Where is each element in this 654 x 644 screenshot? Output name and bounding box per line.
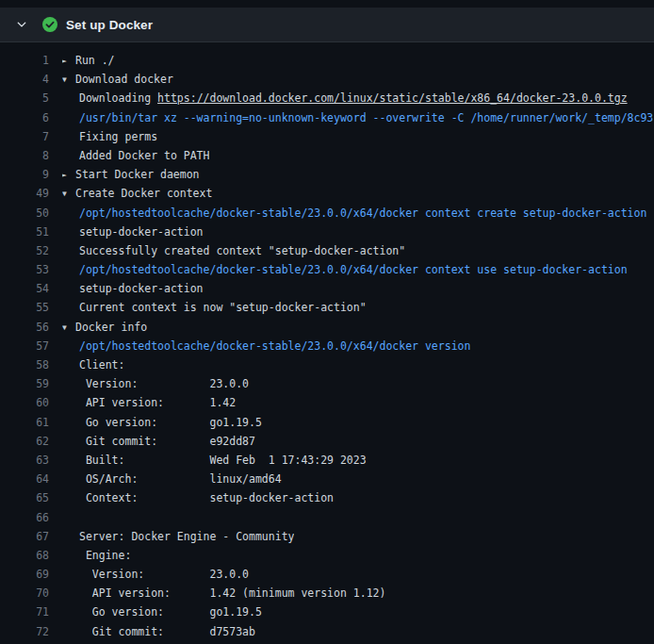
group-title: Run ./ — [75, 54, 115, 67]
line-number[interactable]: 4 — [0, 70, 49, 89]
line-number[interactable]: 61 — [0, 413, 49, 432]
group-title: Docker info — [75, 321, 147, 334]
log-link[interactable]: https://download.docker.com/linux/static… — [157, 91, 628, 105]
log-text: Go version: go1.19.5 — [62, 603, 262, 621]
log-text-prefix: Downloading — [79, 91, 157, 105]
line-number[interactable]: 57 — [0, 337, 49, 355]
line-number[interactable]: 66 — [0, 508, 49, 527]
log-line: 61 Go version: go1.19.5 — [0, 413, 654, 432]
log-text: Client: — [62, 355, 124, 374]
command-text: /opt/hostedtoolcache/docker-stable/23.0.… — [62, 260, 628, 279]
step-header[interactable]: Set up Docker — [0, 8, 654, 42]
group-line: ►Start Docker daemon — [62, 165, 200, 185]
log-line: 9►Start Docker daemon — [0, 165, 654, 184]
group-title: Download docker — [75, 73, 173, 86]
log-line: 51setup-docker-action — [0, 223, 654, 241]
log-line: 7Fixing perms — [0, 127, 654, 146]
line-number[interactable]: 49 — [0, 184, 49, 203]
log-text: Engine: — [62, 546, 131, 565]
log-text: Git commit: d7573ab — [62, 622, 255, 641]
log-text: Successfully created context "setup-dock… — [62, 241, 405, 260]
group-line: ▼Download docker — [62, 70, 173, 90]
line-number[interactable]: 63 — [0, 451, 49, 470]
line-number[interactable]: 51 — [0, 223, 49, 241]
line-number[interactable]: 5 — [0, 89, 49, 107]
log-line: 55Current context is now "setup-docker-a… — [0, 298, 654, 317]
log-text: Built: Wed Feb 1 17:43:29 2023 — [62, 451, 367, 470]
log-line: 70 API version: 1.42 (minimum version 1.… — [0, 584, 654, 603]
log-text: OS/Arch: linux/amd64 — [62, 470, 282, 488]
line-number[interactable]: 52 — [0, 241, 49, 260]
group-title: Start Docker daemon — [75, 168, 200, 181]
line-number[interactable]: 68 — [0, 546, 49, 565]
log-line: 64 OS/Arch: linux/amd64 — [0, 470, 654, 488]
line-number[interactable]: 6 — [0, 108, 49, 127]
log-text: API version: 1.42 (minimum version 1.12) — [62, 584, 385, 603]
log-text: Version: 23.0.0 — [62, 374, 249, 393]
line-number[interactable]: 67 — [0, 527, 49, 546]
group-expanded-icon[interactable]: ▼ — [62, 185, 75, 204]
line-number[interactable]: 62 — [0, 432, 49, 451]
log-text: Downloading https://download.docker.com/… — [62, 89, 628, 107]
line-number[interactable]: 54 — [0, 279, 49, 298]
line-number[interactable]: 69 — [0, 565, 49, 584]
line-number[interactable]: 1 — [0, 51, 49, 70]
line-number[interactable]: 50 — [0, 204, 49, 223]
log-line: 63 Built: Wed Feb 1 17:43:29 2023 — [0, 451, 654, 470]
log-line: 62 Git commit: e92dd87 — [0, 432, 654, 451]
group-collapsed-icon[interactable]: ► — [62, 52, 75, 71]
chevron-down-icon[interactable] — [15, 18, 28, 31]
log-line: 72 Git commit: d7573ab — [0, 622, 654, 641]
line-number[interactable]: 59 — [0, 374, 49, 393]
log-text: Git commit: e92dd87 — [62, 432, 255, 451]
step-title: Set up Docker — [66, 18, 153, 32]
group-collapsed-icon[interactable]: ► — [62, 166, 75, 185]
log-text: Fixing perms — [62, 127, 157, 146]
line-number[interactable]: 7 — [0, 127, 49, 146]
log-line: 68 Engine: — [0, 546, 654, 565]
line-number[interactable]: 56 — [0, 318, 49, 337]
line-number[interactable]: 64 — [0, 470, 49, 488]
log-text: Go version: go1.19.5 — [62, 413, 262, 432]
log-text: Server: Docker Engine - Community — [62, 527, 294, 546]
command-text: /usr/bin/tar xz --warning=no-unknown-key… — [62, 108, 653, 127]
line-number[interactable]: 53 — [0, 260, 49, 279]
line-number[interactable]: 60 — [0, 393, 49, 412]
log-text: Current context is now "setup-docker-act… — [62, 298, 367, 317]
line-number[interactable]: 9 — [0, 165, 49, 184]
log-line: 54setup-docker-action — [0, 279, 654, 298]
log-text: setup-docker-action — [62, 223, 204, 241]
log-line: 8Added Docker to PATH — [0, 146, 654, 165]
line-number[interactable]: 65 — [0, 488, 49, 507]
log-line: 66 — [0, 508, 654, 527]
group-title: Create Docker context — [75, 187, 212, 200]
group-expanded-icon[interactable]: ▼ — [62, 71, 75, 90]
log-line: 1►Run ./ — [0, 51, 654, 70]
log-line: 65 Context: setup-docker-action — [0, 488, 654, 507]
line-number[interactable]: 70 — [0, 584, 49, 603]
log-line: 52Successfully created context "setup-do… — [0, 241, 654, 260]
group-line: ▼Create Docker context — [62, 184, 212, 204]
log-line: 53/opt/hostedtoolcache/docker-stable/23.… — [0, 260, 654, 279]
group-expanded-icon[interactable]: ▼ — [62, 319, 75, 338]
line-number[interactable]: 58 — [0, 355, 49, 374]
line-number[interactable]: 8 — [0, 146, 49, 165]
log-text: Version: 23.0.0 — [62, 565, 249, 584]
line-number[interactable]: 55 — [0, 298, 49, 317]
group-line: ▼Docker info — [62, 318, 147, 338]
log-line: 4▼Download docker — [0, 70, 654, 89]
log-text: API version: 1.42 — [62, 393, 236, 412]
group-line: ►Run ./ — [62, 51, 115, 71]
line-number[interactable]: 72 — [0, 622, 49, 641]
log-line: 50/opt/hostedtoolcache/docker-stable/23.… — [0, 204, 654, 223]
log-text: Context: setup-docker-action — [62, 488, 334, 507]
log-line: 5Downloading https://download.docker.com… — [0, 89, 654, 107]
log-line: 60 API version: 1.42 — [0, 393, 654, 412]
log-line: 58Client: — [0, 355, 654, 374]
log-line: 56▼Docker info — [0, 318, 654, 337]
log-line: 49▼Create Docker context — [0, 184, 654, 203]
log-line: 67Server: Docker Engine - Community — [0, 527, 654, 546]
log-line: 71 Go version: go1.19.5 — [0, 603, 654, 621]
line-number[interactable]: 71 — [0, 603, 49, 621]
log-line: 59 Version: 23.0.0 — [0, 374, 654, 393]
